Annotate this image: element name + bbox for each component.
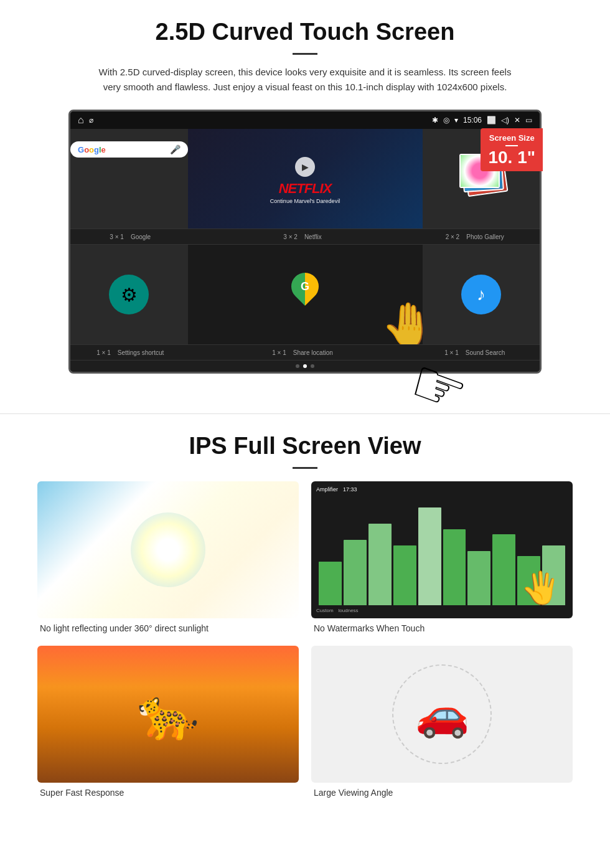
settings-app-cell[interactable]: ⚙	[70, 245, 188, 344]
window-icon: ▭	[525, 116, 532, 125]
google-app-cell[interactable]: Google 🎤	[70, 129, 188, 229]
maps-pin	[286, 267, 324, 306]
bluetooth-icon: ✱	[432, 116, 438, 125]
car-image: 🚗	[311, 646, 573, 783]
app-grid-row1: Google 🎤 ▶ NETFLIX Continue Marvel's Dar…	[70, 129, 540, 229]
section1-title: 2.5D Curved Touch Screen	[37, 19, 573, 45]
section2-divider	[293, 467, 317, 469]
labels-row1: 3 × 1 Google 3 × 2 Netflix 2 × 2 Photo G…	[70, 229, 540, 245]
amp-header: Amplifier 17:33	[316, 486, 568, 493]
gallery-size: 2 × 2	[446, 234, 460, 240]
sunlight-visual	[37, 481, 299, 618]
feature-grid: No light reflecting under 360° direct su…	[37, 481, 573, 798]
badge-divider	[505, 145, 518, 146]
amp-footer: Custom loudness	[316, 608, 568, 613]
device-mockup: Screen Size 10. 1" ⌂ ⌀ ✱ ◎ ▾ 15:06 ⬜ ◁) …	[68, 110, 542, 374]
cheetah-image: 🐆	[37, 646, 299, 783]
indicator-dot-2	[303, 364, 307, 368]
car-circle: 🚗	[392, 664, 492, 764]
location-icon: ◎	[443, 116, 449, 125]
time-display: 15:06	[463, 116, 482, 125]
screen-size-badge: Screen Size 10. 1"	[481, 128, 543, 171]
status-bar: ⌂ ⌀ ✱ ◎ ▾ 15:06 ⬜ ◁) ✕ ▭	[70, 111, 540, 129]
ips-screen-section: IPS Full Screen View No light reflecting…	[0, 414, 610, 810]
netflix-overlay: ▶ NETFLIX Continue Marvel's Daredevil	[270, 153, 340, 204]
sun-glow	[131, 512, 205, 587]
sunlight-caption: No light reflecting under 360° direct su…	[37, 623, 299, 633]
cheetah-icon: 🐆	[137, 685, 199, 743]
badge-title: Screen Size	[488, 133, 535, 143]
netflix-label: 3 × 2 Netflix	[190, 233, 420, 240]
feature-cheetah: 🐆 Super Fast Response	[37, 646, 299, 798]
feature-amplifier: Amplifier 17:33	[311, 481, 573, 633]
volume-icon: ◁)	[501, 116, 509, 125]
mic-icon[interactable]: 🎤	[170, 144, 181, 154]
device-screen: ⌂ ⌀ ✱ ◎ ▾ 15:06 ⬜ ◁) ✕ ▭	[68, 110, 542, 374]
settings-label: 1 × 1 Settings shortcut	[75, 349, 190, 356]
netflix-size: 3 × 2	[283, 234, 298, 240]
netflix-subtitle: Continue Marvel's Daredevil	[270, 198, 340, 204]
close-icon: ✕	[514, 116, 520, 125]
cheetah-caption: Super Fast Response	[37, 788, 299, 798]
amplifier-visual: Amplifier 17:33	[311, 481, 573, 618]
amplifier-caption: No Watermarks When Touch	[311, 623, 573, 633]
google-logo: Google	[78, 145, 106, 154]
share-label: 1 × 1 Share location	[190, 349, 420, 356]
amplifier-image: Amplifier 17:33	[311, 481, 573, 618]
camera-icon: ⬜	[487, 116, 496, 125]
hand-icon: 🤚	[381, 300, 423, 344]
eq-bar-6	[443, 529, 466, 606]
netflix-app-cell[interactable]: ▶ NETFLIX Continue Marvel's Daredevil	[188, 129, 423, 229]
section1-description: With 2.5D curved-display screen, this de…	[93, 65, 517, 95]
hand-touch-icon: 🖐	[522, 570, 560, 606]
eq-bar-3	[368, 524, 392, 605]
eq-bar-8	[492, 534, 515, 605]
title-divider	[293, 53, 317, 55]
feature-car: 🚗 Large Viewing Angle	[311, 646, 573, 798]
amp-title: Amplifier	[316, 486, 338, 493]
labels-row2: 1 × 1 Settings shortcut 1 × 1 Share loca…	[70, 345, 540, 361]
car-caption: Large Viewing Angle	[311, 788, 573, 798]
music-note-icon: ♪	[461, 275, 501, 314]
maps-icon	[286, 273, 324, 316]
badge-size: 10. 1"	[488, 149, 535, 166]
amp-time: 17:33	[343, 486, 357, 493]
indicator-dot-3	[311, 364, 314, 368]
usb-icon: ⌀	[89, 116, 93, 125]
status-right-icons: ✱ ◎ ▾ 15:06 ⬜ ◁) ✕ ▭	[432, 116, 532, 125]
feature-sunlight: No light reflecting under 360° direct su…	[37, 481, 299, 633]
google-label: 3 × 1 Google	[75, 233, 190, 240]
eq-bar-7	[467, 551, 490, 606]
eq-bar-1	[319, 562, 342, 605]
play-button[interactable]: ▶	[295, 157, 315, 177]
car-visual: 🚗	[311, 646, 573, 783]
sound-search-cell[interactable]: ♪	[423, 245, 540, 344]
settings-icon: ⚙	[109, 275, 149, 314]
car-icon: 🚗	[415, 689, 469, 740]
home-icon[interactable]: ⌂	[78, 115, 84, 126]
netflix-logo: NETFLIX	[270, 181, 340, 197]
indicator-dot-1	[296, 364, 299, 368]
cheetah-visual: 🐆	[37, 646, 299, 783]
google-search-bar[interactable]: Google 🎤	[70, 141, 188, 158]
app-grid-row2: ⚙ 🤚 ♪	[70, 245, 540, 345]
settings-size: 1 × 1	[96, 349, 111, 356]
amp-custom: Custom	[316, 608, 334, 613]
eq-bar-2	[344, 540, 367, 605]
status-left-icons: ⌂ ⌀	[78, 115, 93, 126]
gallery-label: 2 × 2 Photo Gallery	[420, 233, 535, 240]
share-size: 1 × 1	[272, 349, 286, 356]
eq-bar-4	[393, 545, 416, 605]
sunlight-image	[37, 481, 299, 618]
share-location-cell[interactable]: 🤚	[188, 245, 423, 344]
eq-bar-5	[418, 507, 441, 606]
section2-title: IPS Full Screen View	[37, 433, 573, 460]
amp-loudness: loudness	[339, 608, 359, 613]
google-size: 3 × 1	[110, 234, 124, 240]
curved-screen-section: 2.5D Curved Touch Screen With 2.5D curve…	[0, 0, 610, 389]
wifi-icon: ▾	[454, 116, 458, 125]
